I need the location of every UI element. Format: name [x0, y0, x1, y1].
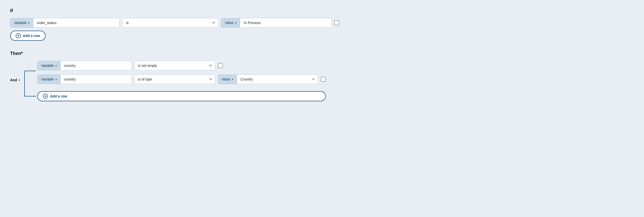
then-label: Then* — [10, 51, 634, 56]
then-row2-variable-name-input[interactable] — [61, 75, 131, 84]
then-add-row-button[interactable]: + Add a row — [37, 91, 326, 101]
then-row2-value-type-button[interactable]: Value ▾ — [218, 75, 237, 84]
if-section: If Variable ▾ is is not is empty is not … — [10, 8, 634, 41]
if-row-checkbox[interactable] — [334, 20, 339, 25]
then-body: And ▾ Variable ▾ — [10, 61, 634, 104]
and-connector: And ▾ — [10, 61, 20, 82]
if-variable-type-button[interactable]: Variable ▾ — [10, 18, 33, 27]
then-row1-variable-group: Variable ▾ — [37, 61, 131, 70]
then-row2-variable-type-label: Variable — [41, 77, 54, 81]
if-add-row-label: Add a row — [23, 34, 40, 38]
bracket-lines — [22, 61, 37, 104]
then-row2-condition-select[interactable]: is is not is empty is not empty is of ty… — [134, 74, 215, 84]
then-row2-variable-group: Variable ▾ — [37, 74, 131, 84]
and-chevron-button[interactable]: ▾ — [18, 78, 20, 82]
if-label: If — [10, 8, 634, 13]
then-row2-value-type-label: Value — [222, 77, 231, 81]
if-value-type-chevron-icon: ▾ — [235, 22, 236, 24]
then-rows: Variable ▾ is is not is empty is not emp… — [37, 61, 326, 101]
if-variable-name-input[interactable] — [33, 18, 119, 27]
and-label-group: And ▾ — [10, 78, 20, 82]
if-add-row-plus-icon: + — [16, 33, 21, 38]
then-row-1: Variable ▾ is is not is empty is not emp… — [37, 61, 326, 70]
then-row2-value-group: Value ▾ Country City Region State — [218, 74, 318, 84]
then-row1-variable-name-input[interactable] — [61, 61, 131, 70]
then-row2-variable-chevron-icon: ▾ — [55, 78, 57, 81]
then-section: Then* And ▾ — [10, 51, 634, 104]
then-add-row-plus-icon: + — [43, 94, 48, 99]
then-row2-value-type-chevron-icon: ▾ — [232, 78, 233, 81]
if-value-text-input[interactable] — [240, 18, 331, 27]
if-row: Variable ▾ is is not is empty is not emp… — [10, 18, 634, 28]
then-row2-checkbox[interactable] — [321, 77, 326, 82]
then-row1-variable-chevron-icon: ▾ — [55, 64, 57, 67]
and-label: And — [10, 78, 17, 82]
then-row2-variable-type-button[interactable]: Variable ▾ — [37, 75, 60, 84]
then-row2-value-select[interactable]: Country City Region State — [237, 75, 318, 84]
if-value-type-label: Value — [225, 21, 234, 25]
if-variable-type-label: Variable — [14, 21, 27, 25]
if-value-group: Value ▾ — [221, 18, 332, 28]
if-value-type-button[interactable]: Value ▾ — [221, 18, 240, 27]
then-row-2: Variable ▾ is is not is empty is not emp… — [37, 74, 326, 84]
bracket-svg — [22, 61, 37, 105]
then-row1-variable-type-button[interactable]: Variable ▾ — [37, 61, 60, 70]
if-variable-group: Variable ▾ — [10, 18, 120, 28]
if-variable-type-chevron-icon: ▾ — [28, 22, 29, 24]
if-condition-select[interactable]: is is not is empty is not empty is of ty… — [122, 18, 218, 28]
then-row1-checkbox[interactable] — [218, 63, 223, 68]
if-add-row-button[interactable]: + Add a row — [10, 31, 46, 41]
then-row1-variable-type-label: Variable — [41, 64, 54, 68]
then-add-row-label: Add a row — [50, 94, 67, 98]
then-row1-condition-select[interactable]: is is not is empty is not empty is of ty… — [134, 61, 215, 70]
